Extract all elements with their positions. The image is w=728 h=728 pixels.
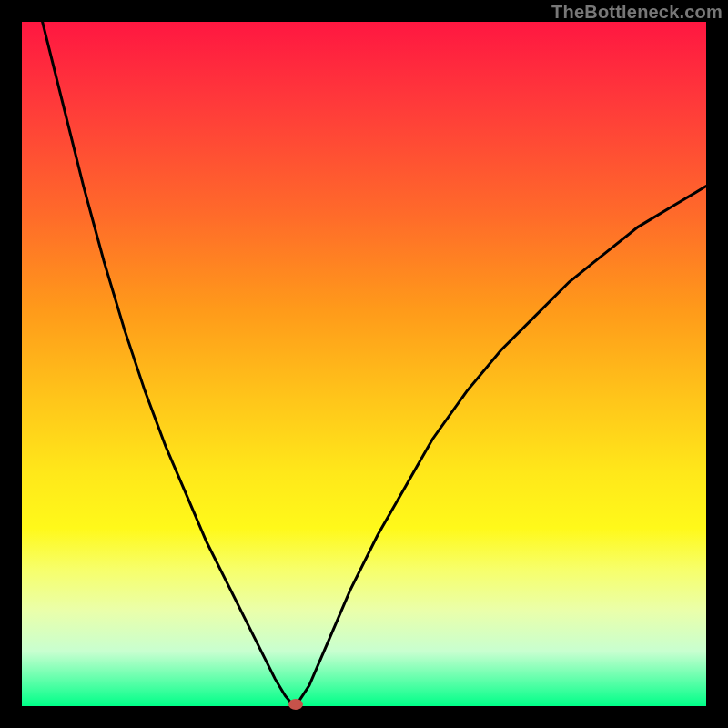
bottleneck-curve — [43, 22, 706, 706]
watermark-text: TheBottleneck.com — [551, 2, 723, 23]
curve-layer — [22, 22, 706, 706]
minimum-marker — [288, 699, 303, 710]
chart-frame: TheBottleneck.com — [0, 0, 728, 728]
